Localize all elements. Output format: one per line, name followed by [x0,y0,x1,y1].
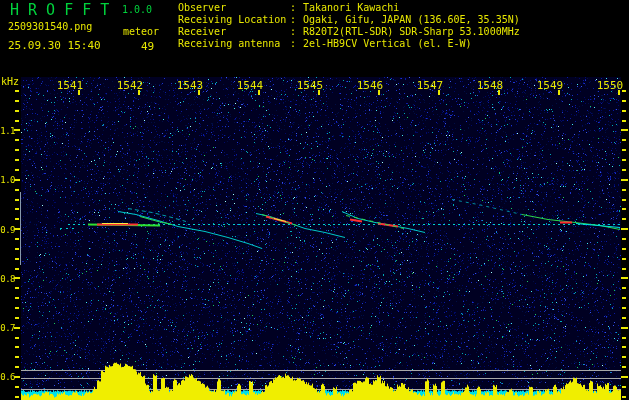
info-row-location: Receiving Location:Ogaki, Gifu, JAPAN (1… [178,14,520,26]
time-tick-label: 1548 [470,80,510,91]
freq-tick-label: 0.6 [0,372,15,382]
info-row-antenna: Receiving antenna:2el-HB9CV Vertical (el… [178,38,520,50]
location-label: Receiving Location [178,14,290,26]
app-version: 1.0.0 [122,4,152,15]
spectrogram-canvas [0,0,629,400]
hrofft-screenshot: H R O F F T 1.0.0 2509301540.png meteor … [0,0,629,400]
time-tick-label: 1549 [530,80,570,91]
freq-tick-label: 1.0 [0,175,15,185]
antenna-value: 2el-HB9CV Vertical (el. E-W) [303,38,472,50]
freq-tick-label: 0.8 [0,274,15,284]
time-tick-label: 1550 [590,80,629,91]
time-tick-label: 1544 [230,80,270,91]
time-tick-label: 1545 [290,80,330,91]
y-axis-unit-label: kHz [1,76,19,87]
freq-tick-label: 0.7 [0,323,15,333]
observer-label: Observer [178,2,290,14]
echo-count: 49 [141,40,154,53]
info-row-receiver: Receiver:R820T2(RTL-SDR) SDR-Sharp 53.10… [178,26,520,38]
station-info: Observer:Takanori Kawachi Receiving Loca… [178,2,520,50]
receiver-value: R820T2(RTL-SDR) SDR-Sharp 53.1000MHz [303,26,520,38]
app-title: H R O F F T [10,1,109,19]
separator: : [290,14,303,26]
time-tick-label: 1542 [110,80,150,91]
info-row-observer: Observer:Takanori Kawachi [178,2,520,14]
antenna-label: Receiving antenna [178,38,290,50]
separator: : [290,26,303,38]
time-tick-label: 1543 [170,80,210,91]
mode-label: meteor [123,26,159,37]
receiver-label: Receiver [178,26,290,38]
location-value: Ogaki, Gifu, JAPAN (136.60E, 35.35N) [303,14,520,26]
observer-value: Takanori Kawachi [303,2,399,14]
time-tick-label: 1546 [350,80,390,91]
separator: : [290,38,303,50]
time-tick-label: 1541 [50,80,90,91]
separator: : [290,2,303,14]
freq-tick-label: 0.9 [0,225,15,235]
datetime-label: 25.09.30 15:40 [8,39,101,52]
freq-tick-label: 1.1 [0,126,15,136]
time-tick-label: 1547 [410,80,450,91]
output-filename: 2509301540.png [8,21,92,32]
